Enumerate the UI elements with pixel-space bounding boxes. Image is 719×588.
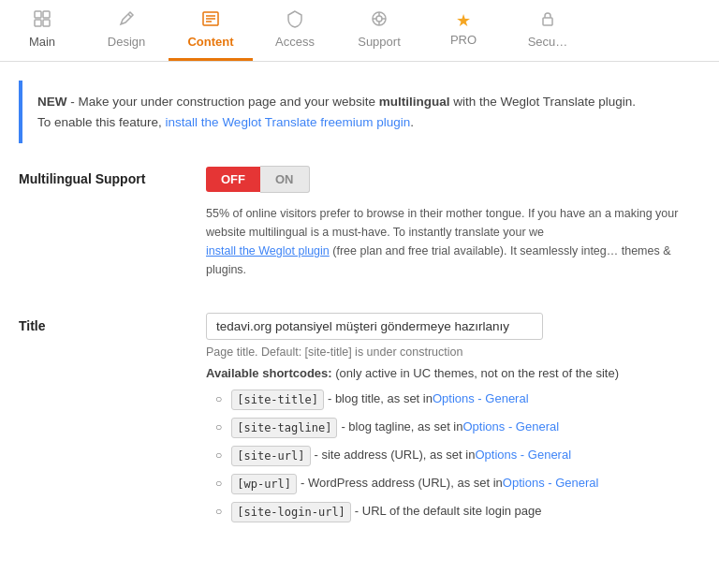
shortcode-item-site-title: [site-title] - blog title, as set in Opt… <box>215 390 700 410</box>
shortcode-desc-3: - WordPress address (URL), as set in <box>301 474 503 492</box>
svg-rect-3 <box>43 20 50 26</box>
multilingual-description: 55% of online visitors prefer to browse … <box>206 204 693 279</box>
shortcode-item-site-url: [site-url] - site address (URL), as set … <box>215 446 700 466</box>
support-icon <box>370 9 389 31</box>
shortcode-item-site-tagline: [site-tagline] - blog tagline, as set in… <box>215 418 700 438</box>
shortcode-tag-site-login-url: [site-login-url] <box>231 502 351 522</box>
shortcode-tag-site-title: [site-title] <box>231 390 324 410</box>
shortcode-tag-wp-url: [wp-url] <box>231 474 297 494</box>
svg-rect-1 <box>43 11 50 18</box>
notice-text2: with the Weglot Translate plugin. <box>449 95 636 109</box>
shortcode-tag-site-url: [site-url] <box>231 446 310 466</box>
tab-main-label: Main <box>29 35 55 49</box>
multilingual-label: Multilingual Support <box>19 166 206 186</box>
shortcode-list: [site-title] - blog title, as set in Opt… <box>206 390 700 522</box>
design-icon <box>117 9 136 31</box>
shortcode-link-0[interactable]: Options - General <box>433 390 529 408</box>
tab-support[interactable]: Support <box>337 0 421 61</box>
weglot-plugin-link[interactable]: install the Weglot plugin <box>206 244 330 257</box>
title-input[interactable] <box>206 313 543 340</box>
notice-link[interactable]: install the Weglot Translate freemium pl… <box>166 115 411 129</box>
svg-rect-0 <box>35 11 41 18</box>
toggle-group: OFF ON <box>206 166 700 193</box>
tab-design[interactable]: Design <box>84 0 169 61</box>
tab-content[interactable]: Content <box>169 0 253 61</box>
tab-access[interactable]: Access <box>253 0 337 61</box>
shortcode-item-site-login-url: [site-login-url] - URL of the default si… <box>215 502 700 522</box>
shortcode-desc-4: - URL of the default site login page <box>355 502 542 521</box>
access-icon <box>286 9 304 31</box>
main-icon <box>33 9 51 31</box>
tab-secu-label: Secu… <box>528 35 568 49</box>
notice-box: NEW - Make your under construction page … <box>19 81 700 143</box>
multilingual-support-row: Multilingual Support OFF ON 55% of onlin… <box>19 166 700 287</box>
secu-icon <box>538 9 557 31</box>
tab-main[interactable]: Main <box>0 0 84 61</box>
toggle-on-button[interactable]: ON <box>260 166 310 193</box>
tab-bar: Main Design Content Access <box>0 0 719 62</box>
shortcode-desc-1: - blog tagline, as set in <box>341 418 462 436</box>
shortcode-desc-0: - blog title, as set in <box>328 390 433 408</box>
shortcode-link-3[interactable]: Options - General <box>503 474 599 492</box>
title-hint: Page title. Default: [site-title] is und… <box>206 345 700 359</box>
notice-line2: To enable this feature, <box>37 115 166 129</box>
tab-support-label: Support <box>358 35 401 49</box>
pro-icon: ★ <box>456 12 471 29</box>
multilingual-desc-text: 55% of online visitors prefer to browse … <box>206 207 678 239</box>
tab-secu[interactable]: Secu… <box>506 0 590 61</box>
tab-access-label: Access <box>275 35 315 49</box>
shortcode-link-2[interactable]: Options - General <box>475 446 571 464</box>
title-label: Title <box>19 313 206 333</box>
title-control: Page title. Default: [site-title] is und… <box>206 313 700 530</box>
shortcode-link-1[interactable]: Options - General <box>462 418 559 436</box>
svg-rect-2 <box>35 20 41 26</box>
notice-bold: NEW <box>37 95 67 109</box>
toggle-off-button[interactable]: OFF <box>206 167 260 192</box>
shortcode-tag-site-tagline: [site-tagline] <box>231 418 337 438</box>
tab-design-label: Design <box>108 35 145 49</box>
title-row: Title Page title. Default: [site-title] … <box>19 313 700 537</box>
svg-rect-14 <box>543 18 552 25</box>
multilingual-control: OFF ON 55% of online visitors prefer to … <box>206 166 700 279</box>
content-icon <box>201 9 220 31</box>
notice-bold-multilingual: multilingual <box>379 95 450 109</box>
content-area: NEW - Make your under construction page … <box>0 62 719 582</box>
tab-pro-label: PRO <box>450 33 477 47</box>
shortcode-item-wp-url: [wp-url] - WordPress address (URL), as s… <box>215 474 700 494</box>
notice-text1: - Make your under construction page and … <box>67 95 379 109</box>
notice-dot: . <box>410 115 414 129</box>
tab-content-label: Content <box>187 35 233 49</box>
tab-pro[interactable]: ★ PRO <box>421 0 506 61</box>
shortcodes-label: Available shortcodes: (only active in UC… <box>206 366 700 380</box>
svg-point-9 <box>376 16 382 22</box>
shortcode-desc-2: - site address (URL), as set in <box>315 446 476 464</box>
